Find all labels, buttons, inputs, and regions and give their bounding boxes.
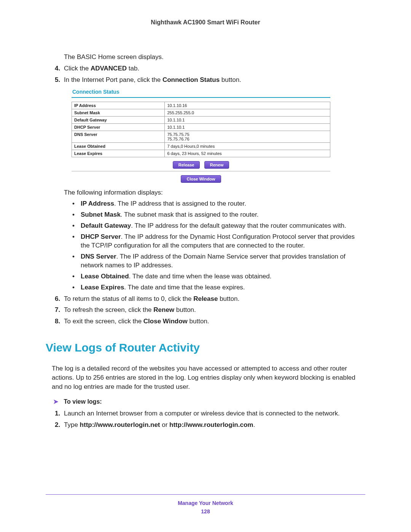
step-bold: Release [193, 295, 218, 302]
info-bullet-list: IP Address. The IP address that is assig… [72, 200, 365, 292]
list-item: Lease Expires. The date and time that th… [72, 283, 365, 292]
step-number: 2. [55, 420, 60, 430]
step-number: 8. [55, 317, 60, 326]
bullet-term: Lease Obtained [81, 273, 129, 280]
step-6: 6. To return the status of all items to … [56, 294, 365, 304]
section-heading: View Logs of Router Activity [46, 341, 365, 354]
step-number: 4. [55, 64, 60, 73]
row-value: 255.255.255.0 [165, 109, 330, 117]
table-row: IP Address10.1.10.16 [72, 102, 330, 109]
table-row: DNS Server75.75.75.75 75.75.76.76 [72, 131, 330, 143]
step-text: Click the [64, 65, 91, 72]
row-value: 7 days,0 Hours,0 minutes [165, 143, 330, 150]
release-button[interactable]: Release [173, 161, 200, 169]
step-number: 7. [55, 305, 60, 315]
document-title: Nighthawk AC1900 Smart WiFi Router [46, 19, 365, 26]
row-label: DHCP Server [72, 124, 165, 131]
bullet-desc: . The date and time that the lease expir… [124, 284, 245, 291]
step-post: . [253, 421, 255, 428]
footer-rule [46, 494, 365, 495]
steps-list-b: 6. To return the status of all items to … [46, 294, 365, 326]
footer-page-number: 128 [0, 508, 411, 514]
table-row: Lease Obtained7 days,0 Hours,0 minutes [72, 143, 330, 150]
connection-status-panel: Connection Status IP Address10.1.10.16Su… [72, 87, 330, 183]
close-window-button[interactable]: Close Window [181, 175, 221, 183]
bullet-desc: . The IP address for the Dynamic Host Co… [81, 233, 355, 249]
step-text-post: button. [174, 306, 196, 313]
subheading-text: To view logs: [64, 398, 102, 405]
list-item: Default Gateway. The IP address for the … [72, 222, 365, 230]
bullet-desc: . The subnet mask that is assigned to th… [121, 211, 259, 218]
row-label: IP Address [72, 102, 165, 109]
list-item: Subnet Mask. The subnet mask that is ass… [72, 211, 365, 219]
bullet-desc: . The IP address for the default gateway… [131, 222, 346, 229]
bullet-desc: . The IP address that is assigned to the… [114, 200, 246, 207]
bullet-desc: . The date and time when the lease was o… [129, 273, 272, 280]
row-value: 10.1.10.16 [165, 102, 330, 109]
panel-title: Connection Status [72, 87, 330, 98]
step-text-post: tab. [127, 65, 139, 72]
step-c1: 1. Launch an Internet browser from a com… [56, 409, 365, 418]
steps-list-c: 1. Launch an Internet browser from a com… [46, 409, 365, 430]
renew-button[interactable]: Renew [204, 161, 229, 169]
bullet-term: DNS Server [81, 253, 116, 260]
bullet-term: Default Gateway [81, 222, 131, 229]
step-text-post: button. [218, 295, 239, 302]
table-row: Subnet Mask255.255.255.0 [72, 109, 330, 117]
subheading-row: ➤ To view logs: [53, 398, 365, 405]
step-text: Launch an Internet browser from a comput… [64, 410, 340, 417]
step-text: To refresh the screen, click the [64, 306, 153, 313]
bullet-term: DHCP Server [81, 233, 121, 240]
row-label: Subnet Mask [72, 109, 165, 117]
panel-separator [72, 171, 330, 171]
page-footer: Manage Your Network 128 [0, 494, 411, 514]
step-text-post: button. [188, 318, 209, 325]
step-text: In the Internet Port pane, click the [64, 76, 162, 83]
status-table: IP Address10.1.10.16Subnet Mask255.255.2… [72, 102, 330, 157]
row-label: Lease Expires [72, 150, 165, 157]
bullet-term: Lease Expires [81, 284, 124, 291]
step-mid: or [160, 421, 170, 428]
step-c2: 2. Type http://www.routerlogin.net or ht… [56, 420, 365, 430]
step-text: To return the status of all items to 0, … [64, 295, 193, 302]
row-label: DNS Server [72, 131, 165, 143]
steps-list-a: 4. Click the ADVANCED tab. 5. In the Int… [46, 64, 365, 85]
step-5: 5. In the Internet Port pane, click the … [56, 75, 365, 85]
step-text: To exit the screen, click the [64, 318, 143, 325]
step-4: 4. Click the ADVANCED tab. [56, 64, 365, 73]
list-item: Lease Obtained. The date and time when t… [72, 272, 365, 281]
table-row: DHCP Server10.1.10.1 [72, 124, 330, 131]
step-bold: Renew [153, 306, 174, 313]
bullet-desc: . The IP address of the Domain Name Serv… [81, 253, 346, 269]
step-number: 1. [55, 409, 60, 418]
bullet-term: IP Address [81, 200, 114, 207]
step-bold: Close Window [143, 318, 188, 325]
arrow-icon: ➤ [53, 398, 58, 405]
step-number: 6. [55, 294, 60, 304]
step-text-post: button. [220, 76, 241, 83]
row-value: 10.1.10.1 [165, 117, 330, 124]
step-bold: ADVANCED [91, 65, 127, 72]
table-row: Lease Expires6 days, 23 Hours, 52 minute… [72, 150, 330, 157]
intro-line: The BASIC Home screen displays. [64, 53, 365, 62]
step-bold-url1: http://www.routerlogin.net [80, 421, 160, 428]
list-item: DNS Server. The IP address of the Domain… [72, 252, 365, 270]
row-value: 6 days, 23 Hours, 52 minutes [165, 150, 330, 157]
footer-section: Manage Your Network [0, 500, 411, 506]
bullet-term: Subnet Mask [81, 211, 121, 218]
table-row: Default Gateway10.1.10.1 [72, 117, 330, 124]
section-intro: The log is a detailed record of the webs… [52, 364, 365, 391]
step-bold: Connection Status [162, 76, 220, 83]
row-value: 75.75.75.75 75.75.76.76 [165, 131, 330, 143]
step-7: 7. To refresh the screen, click the Rene… [56, 305, 365, 315]
list-item: DHCP Server. The IP address for the Dyna… [72, 233, 365, 250]
row-value: 10.1.10.1 [165, 124, 330, 131]
step-bold-url2: http://www.routerlogin.com [169, 421, 253, 428]
step-number: 5. [55, 75, 60, 85]
list-item: IP Address. The IP address that is assig… [72, 200, 365, 208]
step-8: 8. To exit the screen, click the Close W… [56, 317, 365, 326]
row-label: Lease Obtained [72, 143, 165, 150]
row-label: Default Gateway [72, 117, 165, 124]
following-info-line: The following information displays: [64, 188, 365, 197]
step-text: Type [64, 421, 80, 428]
